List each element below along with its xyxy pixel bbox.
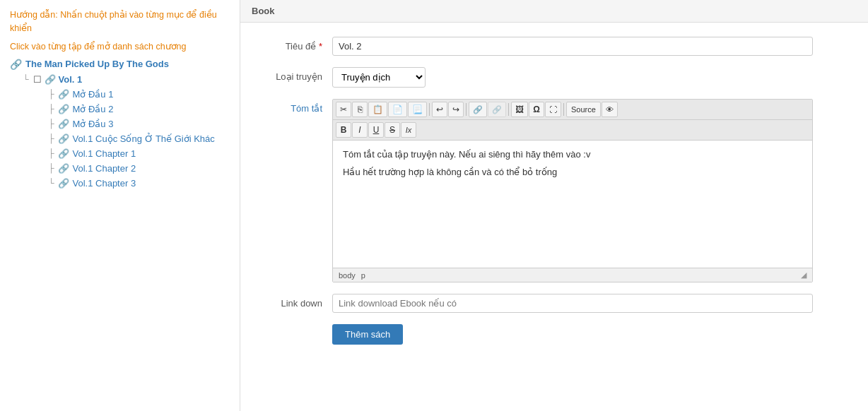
toolbar-sep1 <box>429 103 430 116</box>
item-ext-link-icon: 🔗 <box>58 104 69 114</box>
type-select[interactable]: Truyện dịch Truyện sáng tác Khác <box>332 67 426 88</box>
tree-level1: └ ☐ 🔗 Vol. 1 ├ 🔗 Mở Đầu 1 <box>10 74 230 189</box>
tree-root-label[interactable]: The Man Picked Up By The Gods <box>25 59 169 69</box>
item-ext-link-icon: 🔗 <box>58 133 69 144</box>
vline-icon: ├ <box>48 163 54 173</box>
title-input[interactable] <box>332 37 813 56</box>
clear-format-button[interactable]: Ix <box>401 122 416 138</box>
required-marker: * <box>319 41 322 52</box>
item-ext-link-icon: 🔗 <box>58 178 69 189</box>
vline-icon: ├ <box>48 119 54 129</box>
linkdown-field-wrapper <box>332 294 813 313</box>
tree-chapter-label[interactable]: Vol.1 Chapter 1 <box>73 148 136 159</box>
vline-icon: ├ <box>48 133 54 143</box>
tree-chapter-label[interactable]: Mở Đầu 2 <box>73 104 114 114</box>
click-guide-text: Click vào từng tập để mở danh sách chươn… <box>10 41 230 52</box>
vline-icon: ├ <box>48 89 54 99</box>
tree-chapter-label[interactable]: Mở Đầu 3 <box>73 119 114 129</box>
item-ext-link-icon: 🔗 <box>58 163 69 174</box>
type-label: Loại truyện <box>262 67 332 82</box>
list-item: ├ 🔗 Vol.1 Chapter 1 <box>48 148 230 159</box>
title-label: Tiêu đề * <box>262 37 332 52</box>
tree-chapter-label[interactable]: Mở Đầu 1 <box>73 89 114 100</box>
paste-text-button[interactable]: 📄 <box>388 102 407 117</box>
main-content: Tiêu đề * Loại truyện Truyện dịch Truyện… <box>240 23 868 370</box>
item-ext-link-icon: 🔗 <box>58 119 69 129</box>
external-link-icon: 🔗 <box>10 59 22 70</box>
title-row: Tiêu đề * <box>262 37 847 56</box>
strikethrough-button[interactable]: S <box>385 122 400 138</box>
list-item: ├ 🔗 Mở Đầu 2 <box>48 104 230 114</box>
type-row: Loại truyện Truyện dịch Truyện sáng tác … <box>262 67 847 88</box>
image-button[interactable]: 🖼 <box>511 102 528 117</box>
folder-icon: ☐ <box>33 74 42 85</box>
tree-connector: └ <box>23 74 29 84</box>
tree-level1-label[interactable]: Vol. 1 <box>59 74 83 85</box>
main-panel: Book Tiêu đề * Loại truyện <box>240 0 868 411</box>
toolbar-sep2 <box>466 103 467 116</box>
paste-button[interactable]: 📋 <box>368 102 387 117</box>
cut-button[interactable]: ✂ <box>336 102 351 117</box>
item-ext-link-icon: 🔗 <box>58 89 69 100</box>
tree-chapter-label[interactable]: Vol.1 Chapter 3 <box>73 178 136 189</box>
item-ext-link-icon: 🔗 <box>58 148 69 159</box>
submit-button[interactable]: Thêm sách <box>332 324 403 345</box>
tree-level2: ├ 🔗 Mở Đầu 1 ├ 🔗 Mở Đầu 2 ├ <box>23 89 230 189</box>
linkdown-input[interactable] <box>332 294 813 313</box>
source-button[interactable]: Source <box>566 102 601 117</box>
editor-status-body: body <box>339 271 356 280</box>
redo-button[interactable]: ↪ <box>448 102 464 117</box>
linkdown-label: Link down <box>262 294 332 309</box>
tree-root[interactable]: 🔗 The Man Picked Up By The Gods <box>10 59 230 70</box>
bold-button[interactable]: B <box>336 122 351 138</box>
tree: 🔗 The Man Picked Up By The Gods └ ☐ 🔗 Vo… <box>10 59 230 189</box>
tree-chapter-label[interactable]: Vol.1 Chapter 2 <box>73 163 136 174</box>
underline-button[interactable]: U <box>368 122 384 138</box>
submit-btn-wrapper: Thêm sách <box>332 324 813 345</box>
submit-row: Thêm sách <box>262 324 847 345</box>
type-select-wrapper: Truyện dịch Truyện sáng tác Khác <box>332 67 813 88</box>
preview-button[interactable]: 👁 <box>602 102 618 117</box>
summary-row: Tóm tắt ✂ ⎘ 📋 📄 📃 ↩ ↪ <box>262 99 847 282</box>
paste-word-button[interactable]: 📃 <box>408 102 427 117</box>
vol1-ext-link-icon: 🔗 <box>45 74 56 85</box>
undo-button[interactable]: ↩ <box>432 102 447 117</box>
editor-status-p: p <box>361 271 365 280</box>
list-item: ├ 🔗 Mở Đầu 1 <box>48 89 230 100</box>
submit-spacer <box>262 324 332 328</box>
sidebar: Hướng dẫn: Nhấn chuột phải vào từng mục … <box>0 0 240 411</box>
editor-line2: Hầu hết trường hợp là không cần và có th… <box>343 165 802 180</box>
editor-line1: Tóm tắt của tập truyện này. Nếu ai siêng… <box>343 148 802 162</box>
copy-button[interactable]: ⎘ <box>352 102 368 117</box>
special-char-button[interactable]: Ω <box>529 102 544 117</box>
editor-wrapper: ✂ ⎘ 📋 📄 📃 ↩ ↪ 🔗 🔗 🖼 <box>332 99 813 282</box>
tree-level1-row: └ ☐ 🔗 Vol. 1 <box>23 74 230 85</box>
italic-button[interactable]: I <box>352 122 368 138</box>
linkdown-row: Link down <box>262 294 847 313</box>
list-item: └ 🔗 Vol.1 Chapter 3 <box>48 178 230 189</box>
toolbar-sep3 <box>508 103 509 116</box>
toolbar-sep4 <box>563 103 564 116</box>
link-button[interactable]: 🔗 <box>469 102 487 117</box>
tree-chapter-label[interactable]: Vol.1 Cuộc Sống Ở Thế Giới Khác <box>73 133 215 144</box>
editor-statusbar: body p ◢ <box>333 268 812 282</box>
rich-editor: ✂ ⎘ 📋 📄 📃 ↩ ↪ 🔗 🔗 🖼 <box>332 99 813 282</box>
list-item: ├ 🔗 Vol.1 Cuộc Sống Ở Thế Giới Khác <box>48 133 230 144</box>
title-field-wrapper <box>332 37 813 56</box>
unlink-button[interactable]: 🔗 <box>488 102 506 117</box>
toolbar-row2: B I U S Ix <box>333 120 812 141</box>
toolbar-row1: ✂ ⎘ 📋 📄 📃 ↩ ↪ 🔗 🔗 🖼 <box>333 100 812 120</box>
guide-text: Hướng dẫn: Nhấn chuột phải vào từng mục … <box>10 8 230 35</box>
vline-icon: ├ <box>48 148 54 158</box>
list-item: ├ 🔗 Mở Đầu 3 <box>48 119 230 129</box>
editor-resize-handle[interactable]: ◢ <box>801 270 807 280</box>
vline-icon: └ <box>48 178 54 188</box>
fullscreen-button[interactable]: ⛶ <box>545 102 561 117</box>
summary-label: Tóm tắt <box>262 99 332 114</box>
list-item: ├ 🔗 Vol.1 Chapter 2 <box>48 163 230 174</box>
vline-icon: ├ <box>48 104 54 114</box>
main-header: Book <box>240 0 868 23</box>
editor-body[interactable]: Tóm tắt của tập truyện này. Nếu ai siêng… <box>333 141 812 268</box>
